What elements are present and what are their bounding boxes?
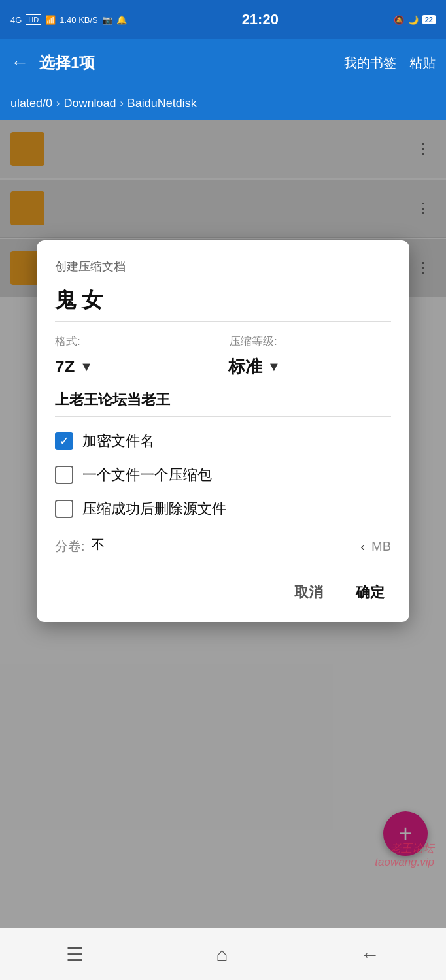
delete-after-compress-label: 压缩成功后删除源文件 [82, 499, 226, 519]
wifi-icon: 📶 [45, 15, 56, 25]
split-arrow-icon[interactable]: ‹ [360, 539, 365, 554]
battery-level: 22 [422, 15, 436, 24]
delete-after-compress-checkbox[interactable] [55, 500, 73, 518]
nav-bar: ← 选择1项 我的书签 粘贴 [0, 39, 446, 86]
level-dropdown-arrow: ▼ [267, 359, 281, 374]
encrypt-filename-label: 加密文件名 [82, 431, 154, 451]
checkbox-check-icon: ✓ [60, 435, 69, 447]
format-level-selects: 7Z ▼ 标准 ▼ [55, 353, 391, 381]
breadcrumb-sep2: › [120, 97, 123, 109]
one-file-archive-checkbox[interactable] [55, 466, 73, 484]
status-bar: 4G HD 📶 1.40 KB/S 📷 🔔 21:20 🔕 🌙 22 [0, 0, 446, 39]
moon-icon: 🌙 [408, 15, 419, 25]
split-volume-row: 分卷: ‹ MB [55, 537, 391, 555]
hd-badge: HD [26, 14, 41, 25]
status-left: 4G HD 📶 1.40 KB/S 📷 🔔 [10, 14, 127, 25]
encrypt-filename-checkbox[interactable]: ✓ [55, 432, 73, 450]
bookmark-button[interactable]: 我的书签 [344, 54, 396, 72]
level-label: 压缩等级: [230, 334, 391, 349]
breadcrumb-part2[interactable]: Download [63, 97, 116, 110]
create-archive-dialog: 创建压缩文档 鬼 女 格式: 压缩等级: 7Z ▼ 标准 ▼ 上老王论坛当老王 … [37, 240, 409, 622]
cancel-button[interactable]: 取消 [288, 579, 330, 606]
format-label: 格式: [55, 334, 216, 349]
format-level-labels: 格式: 压缩等级: [55, 334, 391, 349]
silent-icon: 🔕 [394, 15, 404, 25]
breadcrumb-part1[interactable]: ulated/0 [10, 97, 52, 110]
status-right: 🔕 🌙 22 [394, 15, 436, 25]
split-unit: MB [371, 539, 391, 554]
format-value: 7Z [55, 357, 75, 377]
dialog-title: 创建压缩文档 [55, 259, 391, 274]
level-value: 标准 [228, 355, 262, 378]
archive-filename[interactable]: 鬼 女 [55, 286, 391, 322]
screenshot-icon: 📷 [102, 15, 112, 25]
nav-actions: 我的书签 粘贴 [344, 54, 436, 72]
back-nav-icon[interactable]: ← [360, 943, 380, 966]
format-dropdown-arrow: ▼ [80, 359, 93, 374]
speed-text: 1.40 KB/S [60, 15, 98, 25]
breadcrumb-part3[interactable]: BaiduNetdisk [128, 97, 197, 110]
status-time: 21:20 [242, 11, 279, 28]
one-file-one-archive-row: 一个文件一个压缩包 [55, 465, 391, 485]
file-list: ⋮ ⋮ ⋮ 创建压缩文档 鬼 女 格式: 压缩等级: 7Z ▼ 标准 ▼ [0, 120, 446, 928]
split-label: 分卷: [55, 538, 85, 555]
paste-button[interactable]: 粘贴 [409, 54, 436, 72]
level-select[interactable]: 标准 ▼ [228, 353, 391, 381]
page-title: 选择1项 [39, 52, 344, 73]
password-field[interactable]: 上老王论坛当老王 [55, 390, 391, 417]
signal-icon: 4G [10, 15, 22, 25]
breadcrumb-sep1: › [56, 97, 60, 109]
ok-button[interactable]: 确定 [349, 579, 391, 606]
menu-icon[interactable]: ☰ [66, 943, 84, 966]
notification-icon: 🔔 [116, 15, 127, 25]
watermark: 老王论坛 taowang.vip [375, 841, 434, 869]
delete-after-compress-row: 压缩成功后删除源文件 [55, 499, 391, 519]
back-button[interactable]: ← [10, 52, 29, 73]
bottom-nav: ☰ ⌂ ← [0, 928, 446, 980]
split-input[interactable] [92, 537, 354, 555]
one-file-archive-label: 一个文件一个压缩包 [82, 465, 212, 485]
encrypt-filename-row: ✓ 加密文件名 [55, 431, 391, 451]
breadcrumb-bar: ulated/0 › Download › BaiduNetdisk [0, 86, 446, 120]
format-select[interactable]: 7Z ▼ [55, 353, 218, 381]
dialog-buttons: 取消 确定 [55, 579, 391, 606]
home-icon[interactable]: ⌂ [216, 943, 228, 966]
